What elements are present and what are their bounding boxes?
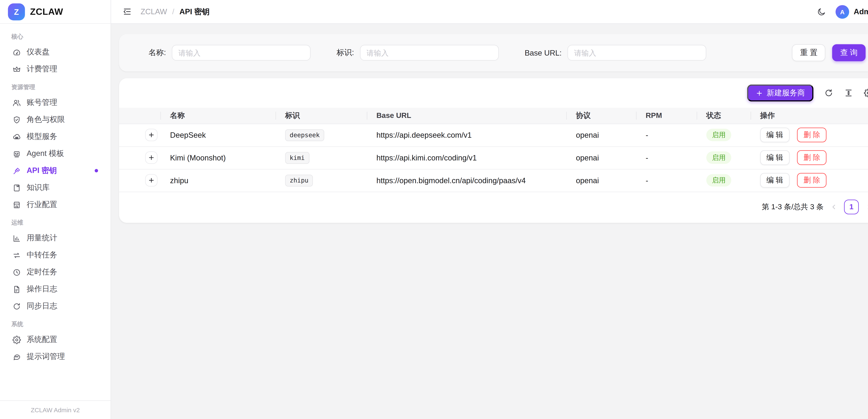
crown-icon [12,65,21,73]
provider-base-url: https://api.kimi.com/coding/v1 [367,146,567,169]
edit-button[interactable]: 编 辑 [760,128,789,142]
table-row: Kimi (Moonshot) kimi https://api.kimi.co… [119,146,868,169]
sidebar-item-scheduled-tasks[interactable]: 定时任务 [7,264,104,280]
nav-section-system: 系统 [11,320,99,328]
provider-rpm: - [637,169,697,192]
sidebar-item-label: 模型服务 [27,131,57,142]
nav-section-resources: 资源管理 [11,83,99,91]
filter-label-tag: 标识: [337,48,354,58]
pagination-summary: 第 1-3 条/总共 3 条 [762,202,824,212]
moon-icon[interactable] [817,7,826,16]
page-number-button[interactable]: 1 [844,199,859,214]
chevron-right-icon[interactable] [865,203,868,211]
dashboard-icon [12,48,21,56]
expand-row-button[interactable] [145,174,158,186]
app-window: Z ZCLAW 核心 仪表盘 计费管理 资源管理 账号管理 角色与权限 [0,0,868,419]
sidebar-item-industry-config[interactable]: 行业配置 [7,196,104,213]
sync-icon [12,302,21,310]
user-menu[interactable]: A Admin [836,5,868,19]
delete-button[interactable]: 删 除 [797,173,827,188]
chevron-left-icon[interactable] [830,203,838,211]
breadcrumb-separator: / [172,7,174,16]
providers-card: 新建服务商 名称 标识 [119,78,868,222]
sidebar-item-label: Agent 模板 [27,149,64,159]
plus-icon [148,154,155,161]
page-content: 名称: 标识: Base URL: 重 置 查 询 [111,24,868,419]
shield-check-icon [12,115,21,124]
breadcrumb-root[interactable]: ZCLAW [141,7,167,16]
expand-row-button[interactable] [145,129,158,141]
sidebar-item-models[interactable]: 模型服务 [7,128,104,145]
expand-row-button[interactable] [145,151,158,164]
sidebar-item-sync-logs[interactable]: 同步日志 [7,298,104,315]
edit-button[interactable]: 编 辑 [760,173,789,188]
sidebar-item-agent-templates[interactable]: Agent 模板 [7,145,104,162]
user-name: Admin [854,7,868,16]
sidebar-item-relay-tasks[interactable]: 中转任务 [7,246,104,264]
status-badge: 启用 [706,129,732,141]
column-height-icon[interactable] [844,88,853,97]
sidebar-item-roles[interactable]: 角色与权限 [7,111,104,128]
nav-section-ops: 运维 [11,219,99,227]
sidebar-item-billing[interactable]: 计费管理 [7,61,104,78]
base-url-filter-input[interactable] [567,45,706,61]
sidebar-item-dashboard[interactable]: 仪表盘 [7,43,104,61]
sidebar-item-label: 系统配置 [27,335,57,345]
file-log-icon [12,285,21,294]
edit-button[interactable]: 编 辑 [760,150,789,165]
sidebar-item-label: 定时任务 [27,267,57,277]
providers-table: 名称 标识 Base URL 协议 RPM 状态 操作 DeepSeek [119,108,868,192]
reset-button[interactable]: 重 置 [792,44,826,61]
search-button[interactable]: 查 询 [832,44,866,61]
col-header-actions: 操作 [751,108,868,123]
col-header-tag: 标识 [276,108,367,123]
sidebar-item-label: 角色与权限 [27,115,65,125]
app-logo: Z [8,3,25,20]
sidebar-item-label: 知识库 [27,182,50,193]
avatar: A [836,5,849,19]
main-area: ZCLAW / API 密钥 A Admin 名称: 标识: [111,0,868,419]
clock-icon [12,268,21,276]
sidebar-item-api-keys[interactable]: API 密钥 [7,162,104,179]
sidebar: Z ZCLAW 核心 仪表盘 计费管理 资源管理 账号管理 角色与权限 [0,0,111,419]
filter-group-base-url: Base URL: [525,45,706,61]
plus-icon [755,89,763,96]
sidebar-item-usage-stats[interactable]: 用量统计 [7,230,104,246]
create-provider-button[interactable]: 新建服务商 [747,85,813,101]
pagination: 第 1-3 条/总共 3 条 1 [119,192,868,222]
robot-icon [12,149,21,158]
plus-icon [148,131,155,139]
sidebar-item-label: 操作日志 [27,284,57,294]
sidebar-item-prompt-management[interactable]: 提示词管理 [7,348,104,365]
provider-tag: kimi [285,152,309,163]
create-provider-label: 新建服务商 [767,88,805,98]
sidebar-item-label: 账号管理 [27,98,57,108]
reload-icon[interactable] [824,88,833,97]
tag-filter-input[interactable] [360,45,499,61]
provider-protocol: openai [567,124,637,146]
sidebar-item-label: 行业配置 [27,200,57,210]
sidebar-item-knowledge-base[interactable]: 知识库 [7,179,104,196]
sidebar-item-label: 仪表盘 [27,47,50,57]
table-settings-icon[interactable] [864,88,868,97]
sidebar-item-label: 用量统计 [27,233,57,243]
provider-base-url: https://api.deepseek.com/v1 [367,124,567,146]
name-filter-input[interactable] [172,45,311,61]
table-row: DeepSeek deepseek https://api.deepseek.c… [119,124,868,146]
sidebar-item-operation-logs[interactable]: 操作日志 [7,280,104,298]
provider-protocol: openai [567,146,637,169]
col-header-expand [119,108,161,123]
provider-protocol: openai [567,169,637,192]
menu-fold-icon[interactable] [122,7,132,17]
sidebar-item-system-config[interactable]: 系统配置 [7,331,104,348]
delete-button[interactable]: 删 除 [797,128,827,142]
active-dot [95,169,98,173]
table-header-row: 名称 标识 Base URL 协议 RPM 状态 操作 [119,108,868,123]
sidebar-item-accounts[interactable]: 账号管理 [7,94,104,111]
delete-button[interactable]: 删 除 [797,150,827,165]
sidebar-footer: ZCLAW Admin v2 [0,400,111,419]
swap-icon [12,251,21,260]
message-icon [12,352,21,361]
status-badge: 启用 [706,151,732,164]
col-header-name: 名称 [161,108,276,123]
